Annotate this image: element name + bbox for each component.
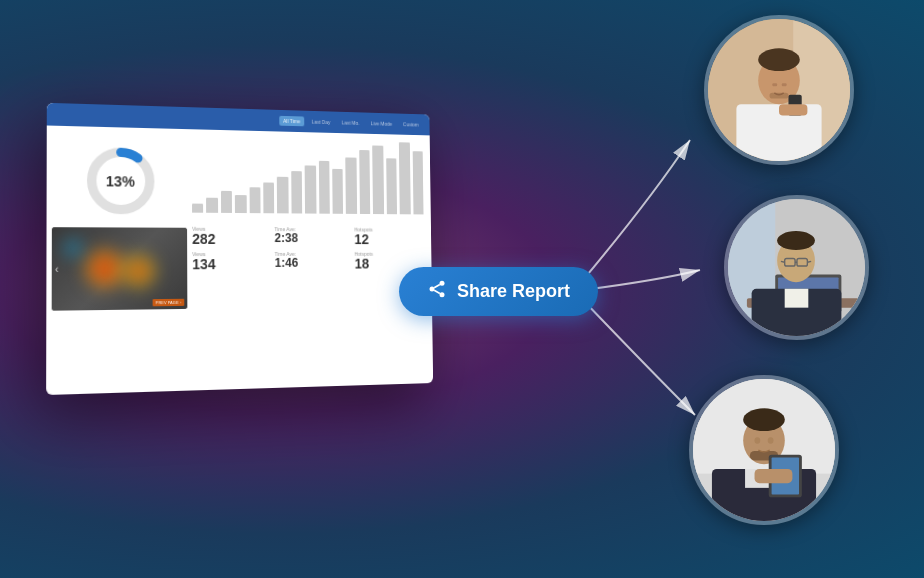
stat-value-hotspots-1: 12: [354, 232, 424, 247]
dashboard-panel: All Time Last Day Last Mo. Live Mode Cus…: [46, 103, 433, 395]
panel-left: 13% ‹ PREV PAGE ›: [46, 126, 193, 396]
svg-rect-17: [770, 93, 789, 99]
person-image-mid: [728, 199, 865, 336]
stat-value-views-1: 282: [192, 232, 267, 248]
panel-body: 13% ‹ PREV PAGE ›: [46, 126, 433, 396]
heat-spot-2: [120, 253, 156, 289]
stat-value-views-2: 134: [192, 257, 267, 273]
stat-time-1: Time Ave: 2:38: [275, 226, 347, 247]
heatmap-area: ‹ PREV PAGE ›: [52, 227, 188, 311]
heatmap-label: PREV PAGE ›: [152, 299, 184, 307]
bar-12: [346, 157, 357, 214]
bar-11: [332, 168, 343, 213]
stat-views-2: Views 134: [192, 251, 267, 273]
stat-hotspots-1: Hotspots 12: [354, 227, 424, 248]
svg-point-12: [758, 48, 800, 71]
person-circle-bot: [689, 375, 839, 525]
share-icon: [427, 279, 447, 304]
svg-point-3: [430, 287, 435, 292]
svg-rect-25: [785, 289, 809, 308]
bar-14: [372, 145, 383, 214]
stats-grid: Views 282 Time Ave: 2:38 Hotspots 12 Vie…: [192, 226, 424, 273]
bar-7: [277, 176, 288, 213]
nav-live-mode[interactable]: Live Mode: [367, 118, 396, 128]
svg-rect-14: [779, 104, 807, 115]
svg-line-30: [781, 261, 785, 262]
svg-point-27: [777, 231, 815, 250]
svg-rect-42: [755, 469, 793, 483]
svg-line-31: [807, 261, 811, 262]
nav-all-time[interactable]: All Time: [279, 116, 304, 126]
heatmap-bg: ‹ PREV PAGE ›: [52, 227, 188, 311]
bar-16: [399, 142, 410, 214]
svg-point-44: [768, 437, 774, 444]
svg-rect-10: [736, 104, 821, 161]
donut-label: 13%: [106, 173, 135, 190]
bar-3: [221, 190, 232, 213]
svg-point-4: [440, 292, 445, 297]
bar-9: [305, 166, 316, 214]
nav-last-mo[interactable]: Last Mo.: [338, 118, 364, 128]
bar-6: [263, 182, 274, 213]
bar-13: [359, 150, 370, 214]
share-report-label: Share Report: [457, 281, 570, 302]
svg-point-38: [743, 408, 785, 431]
person-circle-mid: [724, 195, 869, 340]
svg-line-5: [434, 290, 440, 293]
heatmap-prev[interactable]: ‹: [55, 263, 59, 274]
stat-value-time-1: 2:38: [275, 232, 347, 245]
bar-8: [291, 171, 302, 214]
svg-line-6: [434, 284, 440, 287]
panel-nav: All Time Last Day Last Mo. Live Mode Cus…: [279, 116, 422, 130]
bar-15: [386, 158, 397, 214]
svg-rect-16: [782, 83, 787, 86]
stat-time-2: Time Ave: 1:46: [275, 251, 347, 272]
nav-custom[interactable]: Custom: [399, 119, 422, 129]
bar-4: [235, 195, 246, 213]
stat-views-1: Views 282: [192, 226, 267, 248]
svg-point-2: [440, 281, 445, 286]
nav-last-day[interactable]: Last Day: [308, 117, 334, 127]
person-image-top: [708, 19, 850, 161]
heat-spot-1: [84, 248, 126, 289]
stat-value-time-2: 1:46: [275, 257, 347, 270]
panel-right: Views 282 Time Ave: 2:38 Hotspots 12 Vie…: [192, 129, 433, 390]
person-image-bot: [693, 379, 835, 521]
donut-chart: 13%: [81, 142, 159, 220]
bar-chart: [192, 137, 424, 219]
bar-1: [192, 204, 203, 213]
bar-5: [249, 187, 260, 213]
share-report-button[interactable]: Share Report: [399, 267, 598, 316]
svg-rect-15: [772, 83, 777, 86]
bar-17: [412, 151, 423, 214]
svg-point-43: [755, 437, 761, 444]
bar-10: [319, 161, 330, 214]
person-circle-top: [704, 15, 854, 165]
bar-2: [206, 198, 217, 213]
heat-spot-3: [63, 238, 84, 259]
